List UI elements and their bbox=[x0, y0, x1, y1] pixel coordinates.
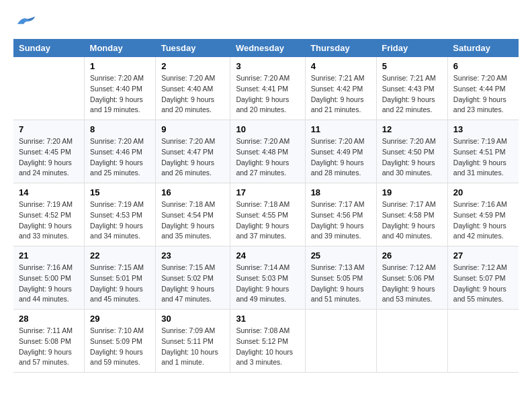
day-number: 23 bbox=[161, 250, 224, 261]
day-number: 26 bbox=[382, 250, 442, 261]
calendar-cell: 6Sunrise: 7:20 AMSunset: 4:44 PMDaylight… bbox=[447, 57, 519, 120]
day-info: Sunrise: 7:10 AMSunset: 5:09 PMDaylight:… bbox=[90, 326, 150, 368]
header-row: SundayMondayTuesdayWednesdayThursdayFrid… bbox=[13, 39, 519, 57]
day-number: 20 bbox=[453, 187, 513, 197]
calendar-cell: 1Sunrise: 7:20 AMSunset: 4:40 PMDaylight… bbox=[85, 57, 156, 120]
logo-icon bbox=[15, 13, 35, 30]
day-number: 6 bbox=[453, 61, 513, 71]
day-info: Sunrise: 7:20 AMSunset: 4:46 PMDaylight:… bbox=[90, 136, 150, 179]
calendar-cell: 25Sunrise: 7:13 AMSunset: 5:05 PMDayligh… bbox=[305, 246, 376, 310]
calendar-cell: 16Sunrise: 7:18 AMSunset: 4:54 PMDayligh… bbox=[156, 183, 230, 246]
calendar-week-5: 28Sunrise: 7:11 AMSunset: 5:08 PMDayligh… bbox=[13, 310, 519, 373]
col-header-sunday: Sunday bbox=[13, 39, 85, 57]
day-info: Sunrise: 7:16 AMSunset: 4:59 PMDaylight:… bbox=[453, 199, 513, 242]
calendar-cell: 17Sunrise: 7:18 AMSunset: 4:55 PMDayligh… bbox=[230, 183, 305, 246]
day-number: 22 bbox=[90, 250, 150, 261]
col-header-friday: Friday bbox=[376, 39, 447, 57]
header bbox=[13, 13, 519, 32]
calendar-cell: 3Sunrise: 7:20 AMSunset: 4:41 PMDaylight… bbox=[230, 57, 305, 120]
logo bbox=[13, 13, 35, 32]
day-number: 25 bbox=[311, 250, 371, 261]
calendar-cell: 22Sunrise: 7:15 AMSunset: 5:01 PMDayligh… bbox=[85, 246, 156, 310]
calendar-cell: 7Sunrise: 7:20 AMSunset: 4:45 PMDaylight… bbox=[13, 120, 85, 183]
calendar-cell bbox=[305, 310, 376, 373]
day-info: Sunrise: 7:08 AMSunset: 5:12 PMDaylight:… bbox=[236, 326, 299, 368]
day-number: 27 bbox=[453, 250, 513, 261]
day-info: Sunrise: 7:19 AMSunset: 4:51 PMDaylight:… bbox=[453, 136, 513, 179]
day-info: Sunrise: 7:21 AMSunset: 4:42 PMDaylight:… bbox=[311, 73, 371, 116]
day-info: Sunrise: 7:19 AMSunset: 4:52 PMDaylight:… bbox=[19, 199, 79, 242]
col-header-thursday: Thursday bbox=[305, 39, 376, 57]
calendar-cell bbox=[13, 57, 85, 120]
calendar-cell: 31Sunrise: 7:08 AMSunset: 5:12 PMDayligh… bbox=[230, 310, 305, 373]
calendar-cell: 28Sunrise: 7:11 AMSunset: 5:08 PMDayligh… bbox=[13, 310, 85, 373]
day-info: Sunrise: 7:20 AMSunset: 4:45 PMDaylight:… bbox=[19, 136, 79, 179]
day-info: Sunrise: 7:12 AMSunset: 5:06 PMDaylight:… bbox=[382, 263, 442, 305]
day-number: 18 bbox=[311, 187, 371, 197]
calendar-cell: 30Sunrise: 7:09 AMSunset: 5:11 PMDayligh… bbox=[156, 310, 230, 373]
calendar-week-1: 1Sunrise: 7:20 AMSunset: 4:40 PMDaylight… bbox=[13, 57, 519, 120]
day-number: 4 bbox=[311, 61, 371, 71]
day-info: Sunrise: 7:17 AMSunset: 4:58 PMDaylight:… bbox=[382, 199, 442, 242]
day-number: 1 bbox=[90, 61, 150, 71]
calendar-cell: 27Sunrise: 7:12 AMSunset: 5:07 PMDayligh… bbox=[447, 246, 519, 310]
day-info: Sunrise: 7:12 AMSunset: 5:07 PMDaylight:… bbox=[453, 263, 513, 305]
day-number: 12 bbox=[382, 124, 442, 134]
day-info: Sunrise: 7:11 AMSunset: 5:08 PMDaylight:… bbox=[19, 326, 79, 368]
calendar-cell: 23Sunrise: 7:15 AMSunset: 5:02 PMDayligh… bbox=[156, 246, 230, 310]
day-info: Sunrise: 7:20 AMSunset: 4:44 PMDaylight:… bbox=[453, 73, 513, 116]
calendar-cell: 24Sunrise: 7:14 AMSunset: 5:03 PMDayligh… bbox=[230, 246, 305, 310]
day-info: Sunrise: 7:17 AMSunset: 4:56 PMDaylight:… bbox=[311, 199, 371, 242]
calendar-cell: 9Sunrise: 7:20 AMSunset: 4:47 PMDaylight… bbox=[156, 120, 230, 183]
col-header-wednesday: Wednesday bbox=[230, 39, 305, 57]
calendar-cell: 14Sunrise: 7:19 AMSunset: 4:52 PMDayligh… bbox=[13, 183, 85, 246]
day-number: 10 bbox=[236, 124, 299, 134]
col-header-tuesday: Tuesday bbox=[156, 39, 230, 57]
day-number: 17 bbox=[236, 187, 299, 197]
day-info: Sunrise: 7:09 AMSunset: 5:11 PMDaylight:… bbox=[161, 326, 224, 368]
day-info: Sunrise: 7:20 AMSunset: 4:41 PMDaylight:… bbox=[236, 73, 299, 116]
day-info: Sunrise: 7:18 AMSunset: 4:55 PMDaylight:… bbox=[236, 199, 299, 242]
col-header-monday: Monday bbox=[85, 39, 156, 57]
day-info: Sunrise: 7:18 AMSunset: 4:54 PMDaylight:… bbox=[161, 199, 224, 242]
day-info: Sunrise: 7:20 AMSunset: 4:49 PMDaylight:… bbox=[311, 136, 371, 179]
calendar-cell: 2Sunrise: 7:20 AMSunset: 4:40 AMDaylight… bbox=[156, 57, 230, 120]
day-number: 5 bbox=[382, 61, 442, 71]
calendar-cell: 29Sunrise: 7:10 AMSunset: 5:09 PMDayligh… bbox=[85, 310, 156, 373]
col-header-saturday: Saturday bbox=[447, 39, 519, 57]
day-number: 31 bbox=[236, 314, 299, 324]
day-info: Sunrise: 7:20 AMSunset: 4:40 PMDaylight:… bbox=[90, 73, 150, 116]
day-number: 14 bbox=[19, 187, 79, 197]
day-number: 11 bbox=[311, 124, 371, 134]
calendar-cell: 20Sunrise: 7:16 AMSunset: 4:59 PMDayligh… bbox=[447, 183, 519, 246]
day-info: Sunrise: 7:16 AMSunset: 5:00 PMDaylight:… bbox=[19, 263, 79, 305]
day-number: 28 bbox=[19, 314, 79, 324]
day-number: 19 bbox=[382, 187, 442, 197]
day-info: Sunrise: 7:20 AMSunset: 4:50 PMDaylight:… bbox=[382, 136, 442, 179]
calendar-table: SundayMondayTuesdayWednesdayThursdayFrid… bbox=[13, 39, 519, 373]
calendar-cell: 5Sunrise: 7:21 AMSunset: 4:43 PMDaylight… bbox=[376, 57, 447, 120]
calendar-cell: 13Sunrise: 7:19 AMSunset: 4:51 PMDayligh… bbox=[447, 120, 519, 183]
day-info: Sunrise: 7:20 AMSunset: 4:48 PMDaylight:… bbox=[236, 136, 299, 179]
day-info: Sunrise: 7:14 AMSunset: 5:03 PMDaylight:… bbox=[236, 263, 299, 305]
day-number: 7 bbox=[19, 124, 79, 134]
day-info: Sunrise: 7:15 AMSunset: 5:02 PMDaylight:… bbox=[161, 263, 224, 305]
calendar-cell: 21Sunrise: 7:16 AMSunset: 5:00 PMDayligh… bbox=[13, 246, 85, 310]
calendar-cell bbox=[376, 310, 447, 373]
calendar-cell: 10Sunrise: 7:20 AMSunset: 4:48 PMDayligh… bbox=[230, 120, 305, 183]
calendar-cell: 12Sunrise: 7:20 AMSunset: 4:50 PMDayligh… bbox=[376, 120, 447, 183]
calendar-week-2: 7Sunrise: 7:20 AMSunset: 4:45 PMDaylight… bbox=[13, 120, 519, 183]
calendar-cell: 15Sunrise: 7:19 AMSunset: 4:53 PMDayligh… bbox=[85, 183, 156, 246]
day-number: 2 bbox=[161, 61, 224, 71]
day-number: 13 bbox=[453, 124, 513, 134]
day-number: 16 bbox=[161, 187, 224, 197]
calendar-cell: 8Sunrise: 7:20 AMSunset: 4:46 PMDaylight… bbox=[85, 120, 156, 183]
calendar-cell bbox=[447, 310, 519, 373]
calendar-week-3: 14Sunrise: 7:19 AMSunset: 4:52 PMDayligh… bbox=[13, 183, 519, 246]
day-info: Sunrise: 7:19 AMSunset: 4:53 PMDaylight:… bbox=[90, 199, 150, 242]
day-number: 21 bbox=[19, 250, 79, 261]
day-info: Sunrise: 7:21 AMSunset: 4:43 PMDaylight:… bbox=[382, 73, 442, 116]
calendar-week-4: 21Sunrise: 7:16 AMSunset: 5:00 PMDayligh… bbox=[13, 246, 519, 310]
day-number: 24 bbox=[236, 250, 299, 261]
calendar-cell: 18Sunrise: 7:17 AMSunset: 4:56 PMDayligh… bbox=[305, 183, 376, 246]
